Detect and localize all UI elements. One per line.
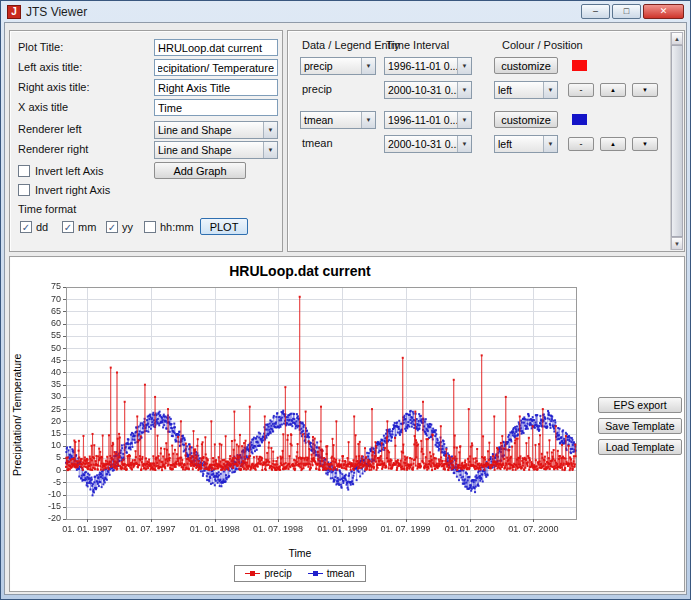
legend-item-precip: precip [245,568,291,579]
chart-legend: precip tmean [10,565,590,582]
series-1-name-label: tmean [302,135,333,152]
scrollbar-thumb[interactable] [671,45,683,237]
series-1-position-select[interactable]: left ▼ [494,135,558,153]
time-format-dd-checkbox[interactable]: ✓ [20,221,32,233]
renderer-right-select[interactable]: Line and Shape ▼ [154,141,278,159]
header-time-interval: Time Interval [386,39,449,51]
maximize-button[interactable]: □ [612,4,641,19]
header-colour-position: Colour / Position [502,39,583,51]
chevron-down-icon: ▼ [263,122,277,138]
x-axis-title-input[interactable] [154,99,278,116]
close-button[interactable]: ✕ [643,4,684,19]
chart-panel: HRULoop.dat current Precipitation/ Tempe… [9,256,685,592]
time-format-hhmm-checkbox[interactable] [144,221,156,233]
series-0-end-select[interactable]: 2000-10-31 0... ▼ [384,81,472,99]
legend-label-precip: precip [264,568,291,579]
app-window: J JTS Viewer – □ ✕ Plot Title: Left axis… [0,0,691,600]
series-0-customize-button[interactable]: customize [494,57,558,74]
legend-marker-precip [245,569,260,578]
left-axis-title-label: Left axis title: [18,59,82,76]
chevron-down-icon: ▼ [457,58,471,74]
series-0-name-label: precip [302,81,332,98]
plot-settings-panel: Plot Title: Left axis title: Right axis … [9,30,283,252]
series-0-position-select[interactable]: left ▼ [494,81,558,99]
invert-right-axis-checkbox[interactable] [18,184,30,196]
plot-canvas[interactable] [26,281,586,543]
plot-title-label: Plot Title: [18,39,63,56]
legend-item-tmean: tmean [308,568,355,579]
chart-title: HRULoop.dat current [10,263,590,279]
time-format-yy-label: yy [122,221,133,234]
x-axis-label: Time [10,547,590,559]
invert-right-axis-label: Invert right Axis [35,184,110,197]
series-config-panel: Data / Legend Entry Time Interval Colour… [287,30,685,252]
y-axis-label: Precipitation/ Temperature [11,325,25,505]
series-0-move-down-button[interactable]: ▼ [632,83,658,97]
chevron-down-icon: ▼ [361,112,375,128]
series-1-move-down-button[interactable]: ▼ [632,137,658,151]
series-1-customize-button[interactable]: customize [494,111,558,128]
renderer-right-label: Renderer right [18,141,88,158]
series-scrollbar[interactable]: ▲ ▼ [670,32,683,250]
left-axis-title-input[interactable] [154,59,278,76]
chevron-down-icon: ▼ [263,142,277,158]
load-template-button[interactable]: Load Template [598,439,682,455]
scroll-up-icon[interactable]: ▲ [671,32,683,45]
series-1-color-swatch[interactable] [572,114,587,125]
time-format-dd-label: dd [36,221,48,234]
window-title: JTS Viewer [26,5,576,19]
renderer-left-select[interactable]: Line and Shape ▼ [154,121,278,139]
series-1-move-up-button[interactable]: ▲ [600,137,626,151]
plot-button[interactable]: PLOT [200,218,248,235]
right-axis-title-label: Right axis title: [18,79,90,96]
invert-left-axis-label: Invert left Axis [35,165,103,178]
series-0-name-select[interactable]: precip ▼ [300,57,376,75]
chevron-down-icon: ▼ [543,82,557,98]
invert-left-axis-checkbox[interactable] [18,165,30,177]
window-content: Plot Title: Left axis title: Right axis … [4,22,687,595]
app-icon: J [7,5,21,19]
time-format-label: Time format [18,201,76,218]
chevron-down-icon: ▼ [361,58,375,74]
chevron-down-icon: ▼ [543,136,557,152]
chevron-down-icon: ▼ [457,136,471,152]
eps-export-button[interactable]: EPS export [598,397,682,413]
scroll-down-icon[interactable]: ▼ [671,237,683,250]
series-1-name-select[interactable]: tmean ▼ [300,111,376,129]
add-graph-button[interactable]: Add Graph [154,162,246,179]
time-format-mm-checkbox[interactable]: ✓ [62,221,74,233]
x-axis-title-label: X axis title [18,99,68,116]
time-format-mm-label: mm [78,221,96,234]
time-format-yy-checkbox[interactable]: ✓ [106,221,118,233]
titlebar: J JTS Viewer – □ ✕ [4,1,687,22]
series-1-start-select[interactable]: 1996-11-01 0... ▼ [384,111,472,129]
minimize-button[interactable]: – [581,4,610,19]
series-0-color-swatch[interactable] [572,60,587,71]
right-axis-title-input[interactable] [154,79,278,96]
legend-label-tmean: tmean [327,568,355,579]
time-format-hhmm-label: hh:mm [160,221,194,234]
chevron-down-icon: ▼ [457,82,471,98]
plot-title-input[interactable] [154,39,278,56]
chevron-down-icon: ▼ [457,112,471,128]
series-0-move-up-button[interactable]: ▲ [600,83,626,97]
series-0-start-select[interactable]: 1996-11-01 0... ▼ [384,57,472,75]
renderer-left-label: Renderer left [18,121,82,138]
legend-marker-tmean [308,569,323,578]
series-0-remove-button[interactable]: - [568,83,594,97]
save-template-button[interactable]: Save Template [598,418,682,434]
series-1-remove-button[interactable]: - [568,137,594,151]
series-1-end-select[interactable]: 2000-10-31 0... ▼ [384,135,472,153]
